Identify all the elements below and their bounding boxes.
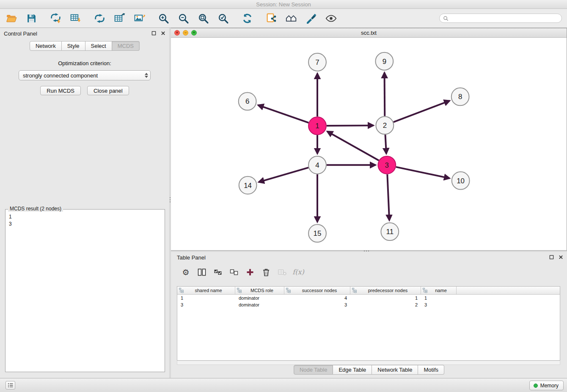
cell-mcds-role[interactable]: dominator bbox=[235, 295, 284, 301]
node-4[interactable]: 4 bbox=[308, 156, 326, 174]
cell-successor-nodes[interactable]: 3 bbox=[284, 302, 350, 307]
function-builder-button[interactable]: f(x) bbox=[293, 267, 304, 277]
node-2[interactable]: 2 bbox=[376, 116, 394, 134]
mcds-result-list[interactable]: 1 3 bbox=[6, 210, 165, 232]
cell-shared-name[interactable]: 1 bbox=[177, 295, 235, 301]
table-row[interactable]: 1dominator411 bbox=[177, 295, 560, 301]
node-11[interactable]: 11 bbox=[381, 223, 399, 240]
edge-1-6[interactable] bbox=[258, 105, 308, 123]
cell-predecessor-nodes[interactable]: 1 bbox=[350, 295, 421, 301]
cell-successor-nodes[interactable]: 4 bbox=[284, 295, 350, 301]
home-button[interactable] bbox=[285, 12, 297, 25]
node-14[interactable]: 14 bbox=[239, 177, 257, 194]
node-8[interactable]: 8 bbox=[451, 88, 469, 106]
node-10[interactable]: 10 bbox=[452, 172, 470, 190]
cell-predecessor-nodes[interactable]: 2 bbox=[350, 302, 421, 307]
zoom-fit-button[interactable] bbox=[197, 12, 209, 25]
edge-2-3[interactable] bbox=[385, 135, 386, 154]
network-window-title: scc.txt bbox=[361, 30, 377, 36]
column-tree-icon bbox=[286, 288, 291, 293]
edge-1-2[interactable] bbox=[327, 125, 374, 126]
cell-name[interactable]: 1 bbox=[421, 295, 457, 301]
node-1[interactable]: 1 bbox=[308, 117, 326, 135]
node-3[interactable]: 3 bbox=[378, 156, 396, 174]
close-panel-button[interactable]: Close panel bbox=[87, 86, 129, 95]
split-columns-button[interactable] bbox=[196, 267, 207, 277]
column-header-predecessor-nodes[interactable]: predecessor nodes bbox=[350, 287, 421, 294]
edge-3-1[interactable] bbox=[327, 131, 379, 160]
control-panel-title: Control Panel bbox=[4, 30, 37, 37]
table-tab-motifs[interactable]: Motifs bbox=[418, 365, 444, 375]
zoom-in-button[interactable] bbox=[157, 12, 170, 25]
search-box[interactable] bbox=[439, 14, 562, 23]
edge-4-14[interactable] bbox=[259, 168, 308, 182]
mcds-result-title: MCDS result (2 nodes) bbox=[8, 206, 63, 212]
search-input[interactable] bbox=[451, 15, 558, 21]
cell-mcds-role[interactable]: dominator bbox=[235, 302, 284, 307]
style-brush-button[interactable] bbox=[305, 12, 317, 25]
zoom-selected-button[interactable] bbox=[217, 12, 229, 25]
export-table-button[interactable] bbox=[113, 12, 126, 25]
refresh-button[interactable] bbox=[241, 12, 253, 25]
gear-button[interactable]: ⚙ bbox=[180, 267, 191, 277]
status-menu-button[interactable] bbox=[6, 381, 15, 389]
deselect-all-icon bbox=[230, 268, 238, 276]
select-all-button[interactable] bbox=[212, 267, 223, 277]
edge-2-9[interactable] bbox=[385, 73, 385, 116]
save-session-button[interactable] bbox=[25, 12, 38, 25]
export-image-button[interactable] bbox=[133, 12, 146, 25]
optimization-criterion-value: strongly connected component bbox=[23, 72, 98, 79]
float-table-panel-icon[interactable] bbox=[549, 255, 554, 259]
control-tab-network[interactable]: Network bbox=[30, 41, 62, 51]
float-panel-icon[interactable] bbox=[151, 31, 156, 36]
node-6[interactable]: 6 bbox=[239, 92, 256, 110]
optimization-criterion-select[interactable]: strongly connected component bbox=[19, 70, 151, 80]
network-canvas[interactable]: 7968124314101511 bbox=[171, 38, 567, 250]
control-tab-style[interactable]: Style bbox=[62, 41, 85, 51]
table-tab-node-table[interactable]: Node Table bbox=[294, 365, 333, 375]
column-header-mcds-role[interactable]: MCDS role bbox=[235, 287, 284, 294]
control-tab-select[interactable]: Select bbox=[85, 41, 112, 51]
deselect-all-button[interactable] bbox=[228, 267, 239, 277]
network-minimize-button[interactable]: – bbox=[183, 30, 188, 36]
dropdown-arrows-icon bbox=[145, 73, 148, 78]
cell-shared-name[interactable]: 3 bbox=[177, 302, 235, 307]
edge-3-11[interactable] bbox=[387, 174, 389, 221]
column-header-successor-nodes[interactable]: successor nodes bbox=[284, 287, 350, 294]
zoom-out-button[interactable] bbox=[177, 12, 190, 25]
new-network-selection-button[interactable] bbox=[265, 12, 278, 25]
table-row[interactable]: 3dominator323 bbox=[177, 301, 560, 308]
network-close-button[interactable]: × bbox=[174, 30, 180, 36]
memory-label: Memory bbox=[540, 383, 559, 389]
zoom-fit-icon bbox=[198, 13, 209, 24]
column-header-name[interactable]: name bbox=[421, 287, 457, 294]
table-toolbar: ⚙f(x) bbox=[180, 267, 309, 277]
import-network-button[interactable] bbox=[49, 12, 62, 25]
table-horizontal-scrollbar[interactable] bbox=[177, 361, 560, 365]
toolbar-icon-groups bbox=[5, 12, 349, 25]
cell-name[interactable]: 3 bbox=[421, 302, 457, 307]
export-network-button[interactable] bbox=[93, 12, 106, 25]
table-tab-network-table[interactable]: Network Table bbox=[372, 365, 418, 375]
control-tab-mcds[interactable]: MCDS bbox=[112, 41, 140, 51]
delete-row-button[interactable] bbox=[261, 267, 272, 277]
column-label: MCDS role bbox=[242, 288, 282, 293]
add-row-button[interactable] bbox=[245, 267, 256, 277]
import-table-button[interactable] bbox=[69, 12, 82, 25]
column-header-shared-name[interactable]: shared name bbox=[177, 287, 235, 294]
edge-3-10[interactable] bbox=[396, 167, 450, 178]
node-15[interactable]: 15 bbox=[308, 224, 326, 242]
column-label: successor nodes bbox=[291, 288, 348, 293]
network-zoom-button[interactable]: + bbox=[191, 30, 197, 36]
memory-button[interactable]: Memory bbox=[529, 381, 564, 390]
node-9[interactable]: 9 bbox=[375, 52, 393, 70]
node-7[interactable]: 7 bbox=[308, 53, 326, 71]
run-mcds-button[interactable]: Run MCDS bbox=[40, 86, 81, 95]
destroy-table-button[interactable] bbox=[277, 267, 288, 277]
eye-button[interactable] bbox=[325, 12, 337, 25]
close-table-panel-icon[interactable] bbox=[559, 255, 563, 259]
open-file-button[interactable] bbox=[5, 12, 18, 25]
table-tab-edge-table[interactable]: Edge Table bbox=[333, 365, 372, 375]
edge-2-8[interactable] bbox=[394, 101, 450, 122]
close-panel-icon[interactable] bbox=[161, 31, 165, 36]
